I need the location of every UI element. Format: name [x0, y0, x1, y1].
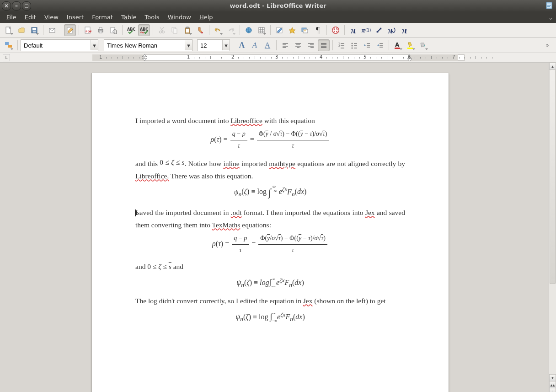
menu-view[interactable]: View	[41, 12, 62, 22]
menu-overflow-icon[interactable]: ⌄	[548, 14, 553, 21]
scroll-down-icon[interactable]: ▾	[549, 374, 556, 381]
svg-rect-1	[547, 4, 551, 4]
tab-stop-icon[interactable]: L	[3, 54, 10, 61]
auto-spellcheck-button[interactable]: ABC	[138, 24, 150, 36]
texmaths-config-button[interactable]	[373, 24, 385, 36]
numbered-list-button[interactable]: 12	[336, 39, 348, 51]
copy-button[interactable]	[169, 24, 181, 36]
svg-rect-13	[99, 27, 102, 29]
formatting-toolbar: ▾ ▾ ▾ A A A 12 A »	[0, 38, 556, 53]
decrease-indent-button[interactable]	[361, 39, 373, 51]
page-content[interactable]: I imported a word document into Libreoff…	[92, 73, 449, 324]
svg-rect-86	[407, 48, 413, 49]
texmaths-equation-button[interactable]: π	[348, 24, 359, 36]
align-left-button[interactable]	[279, 39, 291, 51]
underline-button[interactable]: A	[262, 39, 273, 51]
export-pdf-button[interactable]: PDF	[82, 24, 94, 36]
spellcheck-button[interactable]: ABC	[125, 24, 137, 36]
maximize-window-icon[interactable]: ▢	[22, 1, 31, 11]
horizontal-ruler[interactable]: 11234567	[92, 54, 556, 62]
toolbar-overflow-icon[interactable]: »	[541, 39, 553, 51]
vertical-scrollbar[interactable]: ▴ ▾ ▴▴ ◦ ▾▾	[549, 63, 556, 392]
font-name-input[interactable]	[104, 42, 185, 49]
bold-button[interactable]: A	[236, 39, 248, 51]
menu-insert[interactable]: Insert	[63, 12, 87, 22]
show-draw-functions-button[interactable]	[273, 24, 285, 36]
texmaths-about-button[interactable]: π	[399, 24, 411, 36]
background-color-button[interactable]	[417, 39, 429, 51]
align-justify-button[interactable]	[318, 39, 330, 51]
hyperlink-button[interactable]	[243, 24, 255, 36]
indent-marker-icon[interactable]	[142, 54, 147, 62]
menu-format[interactable]: Format	[88, 12, 117, 22]
bullet-list-button[interactable]	[348, 39, 360, 51]
styles-and-formatting-button[interactable]	[3, 39, 15, 51]
menu-edit[interactable]: Edit	[21, 12, 40, 22]
align-center-button[interactable]	[292, 39, 304, 51]
navigation-icon[interactable]: ◦	[549, 388, 556, 392]
menu-file[interactable]: File	[3, 12, 20, 22]
texmaths-numbered-button[interactable]: π(1)	[360, 24, 372, 36]
document-area[interactable]: I imported a word document into Libreoff…	[0, 63, 556, 392]
equation-display[interactable]: ρ(τ) = q − pτ = Φ(y/σ√τ) − Φ((y − τ)/σ√τ…	[135, 233, 405, 256]
font-name-combo[interactable]: ▾	[104, 39, 192, 51]
paragraph[interactable]: The log didn't convert correctly, so I e…	[135, 295, 405, 307]
paragraph[interactable]: and this 0 ≤ ζ ≤ s. Notice how inline im…	[135, 156, 405, 182]
paragraph[interactable]: and 0 ≤ ζ ≤ s and	[135, 260, 405, 273]
scroll-up-icon[interactable]: ▴	[549, 63, 556, 70]
font-color-button[interactable]: A	[392, 39, 404, 51]
gallery-button[interactable]	[299, 24, 311, 36]
paragraph-style-combo[interactable]: ▾	[21, 39, 98, 51]
equation-display[interactable]: ψn(ζ) ≡ log∫∞−∞eζxFn(dx)	[135, 275, 405, 290]
navigator-button[interactable]	[286, 24, 298, 36]
toolbar-separator	[153, 25, 153, 35]
paste-button[interactable]	[182, 24, 193, 36]
close-window-icon[interactable]: ✕	[2, 1, 11, 11]
save-button[interactable]	[28, 24, 40, 36]
new-document-button[interactable]	[3, 24, 15, 36]
help-button[interactable]	[330, 24, 342, 36]
format-paintbrush-button[interactable]	[194, 24, 206, 36]
texmaths-recompile-button[interactable]: π	[386, 24, 398, 36]
insert-table-button[interactable]	[256, 24, 267, 36]
email-document-button[interactable]	[46, 24, 58, 36]
equation-display[interactable]: ψn(ζ) ≡ log ∫∞−∞ eζxFn(dx)	[135, 184, 405, 202]
highlight-button[interactable]	[405, 39, 417, 51]
menu-window[interactable]: Window	[164, 12, 195, 22]
dropdown-icon[interactable]: ▾	[185, 40, 192, 50]
equation-display[interactable]: ρ(τ) = q − pτ = Φ(y / σ√τ) − Φ((y − τ)/σ…	[135, 129, 405, 151]
paragraph[interactable]: I saved the imported document in .odt fo…	[135, 206, 405, 231]
document-page[interactable]: I imported a word document into Libreoff…	[91, 73, 449, 392]
nonprinting-characters-button[interactable]: ¶	[312, 24, 324, 36]
increase-indent-button[interactable]	[374, 39, 386, 51]
previous-page-icon[interactable]: ▴▴	[549, 381, 556, 388]
menu-tools[interactable]: Tools	[141, 12, 163, 22]
scrollbar-thumb[interactable]	[550, 70, 556, 284]
paragraph[interactable]: I imported a word document into Libreoff…	[135, 114, 405, 127]
minimize-window-icon[interactable]: –	[12, 1, 21, 11]
font-size-input[interactable]	[198, 42, 222, 49]
menu-table[interactable]: Table	[118, 12, 140, 22]
cut-button[interactable]	[156, 24, 168, 36]
menu-help[interactable]: Help	[196, 12, 217, 22]
svg-marker-87	[142, 54, 147, 57]
svg-text:2: 2	[338, 44, 340, 47]
open-button[interactable]	[16, 24, 27, 36]
svg-text:A: A	[395, 42, 400, 48]
scrollbar-track[interactable]	[549, 70, 556, 375]
edit-file-button[interactable]	[64, 24, 76, 36]
align-right-button[interactable]	[305, 39, 317, 51]
dropdown-icon[interactable]: ▾	[91, 40, 98, 50]
italic-button[interactable]: A	[249, 39, 261, 51]
print-button[interactable]	[95, 24, 107, 36]
print-preview-button[interactable]	[107, 24, 119, 36]
toolbar-separator	[209, 25, 209, 35]
dropdown-icon[interactable]: ▾	[222, 40, 230, 50]
redo-button[interactable]	[225, 24, 237, 36]
window-title: word.odt - LibreOffice Writer	[0, 2, 556, 9]
paragraph-style-input[interactable]	[21, 42, 91, 49]
svg-line-22	[160, 27, 164, 31]
font-size-combo[interactable]: ▾	[197, 39, 230, 51]
undo-button[interactable]	[212, 24, 224, 36]
equation-display[interactable]: ψn(ζ) ≡ log ∫∞−∞eζxFn(dx)	[135, 309, 405, 325]
